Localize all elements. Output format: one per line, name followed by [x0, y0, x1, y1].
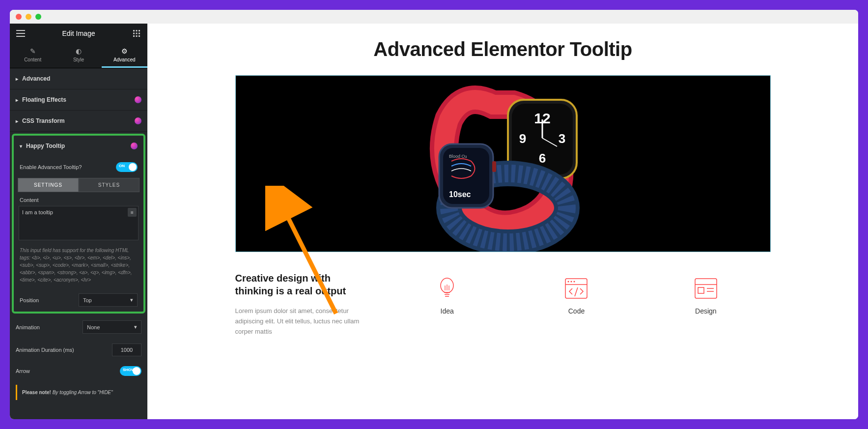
svg-rect-24 — [492, 161, 496, 172]
accordion-css-transform[interactable]: ▸CSS Transform — [10, 111, 147, 132]
svg-text:Blood O₂: Blood O₂ — [449, 154, 467, 159]
svg-rect-5 — [139, 33, 140, 34]
subtab-settings[interactable]: SETTINGS — [18, 178, 79, 192]
code-window-icon — [564, 277, 588, 300]
arrow-label: Arrow — [16, 368, 30, 374]
svg-text:3: 3 — [558, 131, 565, 146]
chevron-right-icon: ▸ — [16, 118, 18, 124]
svg-rect-2 — [139, 30, 140, 31]
preview-canvas: Advanced Elementor Tooltip 12 3 6 9 — [147, 24, 858, 419]
svg-rect-1 — [136, 30, 138, 31]
duration-label: Animation Duration (ms) — [16, 347, 74, 353]
app-window: Edit Image ✎Content ◐Style ⚙Advanced ▸Ad… — [10, 10, 858, 419]
chevron-down-icon: ▾ — [130, 297, 133, 303]
enable-tooltip-row: Enable Advanced Tooltip? ON — [14, 156, 143, 178]
page-title: Advanced Elementor Tooltip — [147, 38, 858, 60]
sidebar-title: Edit Image — [62, 29, 95, 37]
accordion-floating-effects[interactable]: ▸Floating Effects — [10, 89, 147, 111]
subtab-styles[interactable]: STYLES — [79, 178, 140, 192]
enable-tooltip-label: Enable Advanced Tooltip? — [20, 164, 82, 170]
icon-row: Idea Code Design — [383, 272, 771, 337]
window-titlebar — [10, 10, 858, 24]
brand-badge-icon — [135, 96, 141, 103]
svg-point-30 — [574, 281, 575, 283]
svg-rect-3 — [133, 33, 135, 34]
animation-row: Animation None▾ — [10, 315, 147, 339]
layout-icon — [694, 277, 718, 300]
accordion-happy-tooltip[interactable]: ▾Happy Tooltip — [14, 136, 143, 156]
icon-label: Design — [694, 307, 718, 315]
minimize-dot[interactable] — [26, 14, 31, 20]
section-heading: Creative design with thinking is a real … — [235, 272, 363, 297]
icon-idea: Idea — [435, 277, 459, 315]
svg-text:10sec: 10sec — [449, 190, 471, 199]
arrow-row: Arrow SHOW — [10, 361, 147, 381]
chevron-right-icon: ▸ — [16, 97, 18, 103]
dynamic-tags-button[interactable]: ≡ — [128, 208, 137, 217]
text-column: Creative design with thinking is a real … — [235, 272, 363, 337]
arrow-toggle[interactable]: SHOW — [120, 366, 141, 376]
icon-label: Idea — [435, 307, 459, 315]
svg-text:9: 9 — [519, 131, 526, 146]
contrast-icon: ◐ — [56, 47, 101, 55]
chevron-right-icon: ▸ — [16, 76, 18, 82]
svg-rect-6 — [133, 35, 135, 37]
brand-badge-icon — [135, 117, 141, 124]
chevron-down-icon: ▾ — [134, 324, 137, 330]
icon-code: Code — [564, 277, 588, 315]
position-label: Position — [20, 297, 39, 303]
menu-icon[interactable] — [15, 28, 27, 39]
content-label: Content — [14, 192, 143, 206]
help-text: This input field has support for the fol… — [14, 242, 143, 288]
svg-rect-8 — [139, 35, 140, 37]
enable-tooltip-toggle[interactable]: ON — [116, 162, 138, 172]
accordion-advanced[interactable]: ▸Advanced — [10, 68, 147, 89]
highlighted-section: ▾Happy Tooltip Enable Advanced Tooltip? … — [12, 134, 145, 314]
main-area: Edit Image ✎Content ◐Style ⚙Advanced ▸Ad… — [10, 24, 858, 419]
widgets-grid-icon[interactable] — [131, 28, 142, 39]
arrow-note: Please note! By toggling Arrow to "HIDE" — [16, 385, 141, 400]
tooltip-subtabs: SETTINGS STYLES — [18, 178, 140, 192]
svg-point-29 — [571, 281, 572, 283]
animation-select[interactable]: None▾ — [83, 320, 141, 334]
lightbulb-icon — [435, 277, 459, 300]
watch-illustration: 12 3 6 9 Blood O₂ 10sec — [336, 75, 670, 252]
svg-point-28 — [568, 281, 569, 283]
close-dot[interactable] — [16, 14, 22, 20]
svg-text:6: 6 — [538, 151, 545, 166]
chevron-down-icon: ▾ — [20, 143, 22, 149]
tab-content[interactable]: ✎Content — [10, 43, 56, 68]
tab-advanced[interactable]: ⚙Advanced — [102, 43, 147, 68]
section-body: Lorem ipsum dolor sit amet, consectetur … — [235, 306, 363, 337]
content-textarea[interactable] — [19, 206, 139, 240]
content-textarea-wrap: ≡ — [19, 206, 139, 242]
pencil-icon: ✎ — [10, 47, 56, 55]
svg-rect-4 — [136, 33, 138, 34]
animation-label: Animation — [16, 324, 40, 330]
content-row: Creative design with thinking is a real … — [235, 272, 771, 337]
duration-input[interactable] — [112, 343, 141, 356]
position-row: Position Top▾ — [14, 288, 143, 312]
tab-style[interactable]: ◐Style — [56, 43, 101, 68]
sidebar-tabs: ✎Content ◐Style ⚙Advanced — [10, 43, 147, 68]
icon-design: Design — [694, 277, 718, 315]
position-select[interactable]: Top▾ — [79, 293, 138, 307]
database-icon: ≡ — [131, 210, 134, 215]
svg-rect-0 — [133, 30, 135, 31]
brand-badge-icon — [131, 143, 138, 149]
maximize-dot[interactable] — [35, 14, 41, 20]
sidebar-header: Edit Image — [10, 24, 147, 43]
elementor-sidebar: Edit Image ✎Content ◐Style ⚙Advanced ▸Ad… — [10, 24, 147, 419]
icon-label: Code — [564, 307, 588, 315]
gear-icon: ⚙ — [102, 47, 147, 55]
svg-rect-7 — [136, 35, 138, 37]
svg-rect-33 — [698, 287, 704, 293]
hero-image[interactable]: 12 3 6 9 Blood O₂ 10sec — [235, 75, 771, 252]
duration-row: Animation Duration (ms) — [10, 339, 147, 361]
